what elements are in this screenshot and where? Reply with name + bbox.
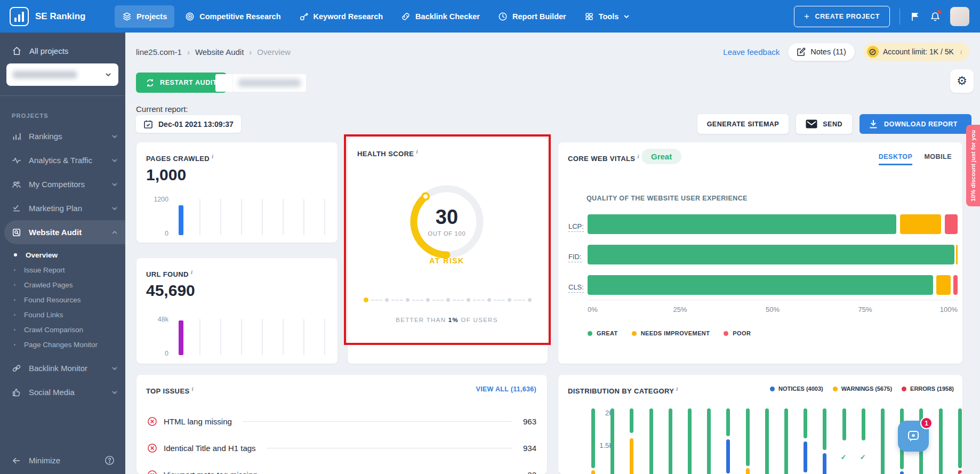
vitals-segment-great [588,275,933,295]
distribution-bar-segment [862,408,865,440]
download-report-button[interactable]: DOWNLOAD REPORT [859,114,971,134]
distribution-bar-segment [630,408,633,433]
vitals-subtitle: QUALITY OF THE WEBSITE USER EXPERIENCE [587,195,748,202]
chat-widget-button[interactable]: 1 [898,421,929,452]
nav-item-competitive-research[interactable]: Competitive Research [178,5,288,28]
notes-button[interactable]: Notes (11) [788,43,855,61]
chevron-down-icon [623,13,630,20]
health-score-outof: OUT OF 100 [428,230,466,237]
nav-item-projects[interactable]: Projects [115,5,174,28]
account-limit-badge[interactable]: Account limit: 1K / 5Ki [863,43,969,61]
sidebar-subitem-page-changes-monitor[interactable]: Page Changes Monitor [0,337,125,352]
chat-bubble-icon [906,429,921,444]
sidebar-item-all-projects[interactable]: All projects [0,33,125,56]
notifications-bell-icon[interactable] [930,11,941,22]
blurred-control[interactable] [215,74,306,92]
sidebar-minimize[interactable]: Minimize [0,455,125,465]
current-report-label: Current report: [136,105,188,114]
users-icon [12,180,21,189]
vitals-bar-track [588,245,958,264]
axis-tick-label: 50% [766,306,780,314]
scale-dash [412,300,423,301]
vitals-metric-label[interactable]: CLS: [568,283,584,293]
issue-row-html-lang-missing[interactable]: HTML lang missing963 [147,408,536,435]
sidebar-subitem-overview[interactable]: Overview [0,247,125,262]
scale-dot [426,298,430,302]
sidebar-subitem-label: Overview [26,251,58,259]
pages-crawled-chart: 12000 [147,196,323,235]
axis-tick-label: 25% [673,306,687,314]
nav-item-tools[interactable]: Tools [577,5,638,28]
create-project-button[interactable]: + CREATE PROJECT [794,6,890,27]
nav-item-label: Backlink Checker [415,12,480,21]
sidebar-subitem-label: Found Resources [24,296,81,304]
vitals-metric-label[interactable]: FID: [568,253,582,262]
sidebar-item-my-competitors[interactable]: My Competitors [0,172,125,196]
url-found-title: URL FOUNDi [146,269,192,278]
error-circle-icon [147,443,157,453]
nav-item-report-builder[interactable]: Report Builder [491,5,574,28]
sidebar-subitem-found-resources[interactable]: Found Resources [0,292,125,307]
brand-name: SE Ranking [35,11,85,22]
nav-item-backlink-checker[interactable]: Backlink Checker [393,5,487,28]
scale-dash [371,300,382,301]
vitals-segment-poor [945,214,958,234]
issue-row-viewport-meta-tag-missing[interactable]: Viewport meta tag missing33 [147,461,536,474]
project-select-dropdown[interactable] [6,63,118,86]
distribution-bar-segment [746,468,750,474]
report-date-selector[interactable]: Dec-01 2021 13:09:37 [136,115,241,133]
sidebar-item-social-media[interactable]: Social Media [0,380,125,404]
empty-slot-line [324,199,325,235]
sidebar-subitem-crawled-pages[interactable]: Crawled Pages [0,277,125,292]
sidebar-subitem-crawl-comparison[interactable]: Crawl Comparison [0,322,125,337]
breadcrumb-project[interactable]: line25.com-1 [136,47,182,57]
nav-right-cluster: + CREATE PROJECT [794,6,980,27]
nav-item-keyword-research[interactable]: Keyword Research [292,5,391,28]
user-avatar[interactable] [950,7,969,26]
issue-row-identical-title-and-h1-tags[interactable]: Identical Title and H1 tags934 [147,435,536,461]
legend-item-warnings-5675: WARNINGS (5675) [833,385,892,392]
issue-count: 934 [523,444,536,453]
distribution-bar-segment [630,438,633,474]
vitals-metric-label[interactable]: LCP: [568,222,584,232]
sidebar-item-rankings[interactable]: Rankings [0,124,125,148]
target-icon [185,12,195,21]
legend-item-needs-improvement: NEEDS IMPROVEMENT [632,330,710,336]
breadcrumb-section[interactable]: Website Audit [195,47,244,57]
nav-item-label: Projects [136,12,167,21]
help-icon[interactable] [105,455,115,465]
sidebar-subitem-found-links[interactable]: Found Links [0,307,125,322]
legend-item-great: GREAT [588,330,618,336]
sidebar-item-analytics-traffic[interactable]: Analytics & Traffic [0,148,125,172]
restart-audit-button[interactable]: RESTART AUDIT [136,73,227,93]
leader-line [267,448,512,448]
sidebar-item-marketing-plan[interactable]: Marketing Plan [0,196,125,220]
discount-ribbon[interactable]: 10% discount just for you [966,125,980,206]
leave-feedback-link[interactable]: Leave feedback [723,47,780,57]
view-all-issues-link[interactable]: VIEW ALL (11,636) [476,385,536,393]
nav-item-label: Report Builder [512,12,566,21]
sidebar-item-backlink-monitor[interactable]: Backlink Monitor [0,356,125,380]
bullet-icon [14,269,15,271]
brand[interactable]: SE Ranking [0,7,115,26]
generate-sitemap-button[interactable]: GENERATE SITEMAP [697,114,789,134]
sidebar-item-website-audit[interactable]: Website Audit [4,220,125,244]
bullet-icon [14,299,15,301]
chevron-down-icon [111,181,118,188]
tab-desktop[interactable]: DESKTOP [879,153,913,165]
sidebar-menu: RankingsAnalytics & TrafficMy Competitor… [0,124,125,404]
pulse-icon [12,156,21,165]
sidebar-subitem-issue-report[interactable]: Issue Report [0,262,125,277]
settings-gear-button[interactable]: ⚙ [950,69,974,93]
sidebar-item-label: Analytics & Traffic [29,156,92,165]
flag-icon[interactable] [910,11,920,22]
sidebar-subitem-label: Crawl Comparison [24,326,83,334]
distribution-bar-segment [726,439,730,473]
breadcrumb: line25.com-1 › Website Audit › Overview [136,47,291,57]
distribution-bar-segment [842,408,846,440]
tab-mobile[interactable]: MOBILE [924,153,952,165]
send-button[interactable]: SEND [796,114,852,134]
home-icon [12,46,22,56]
sidebar-item-label: Social Media [29,388,75,397]
empty-slot-line [220,199,221,235]
